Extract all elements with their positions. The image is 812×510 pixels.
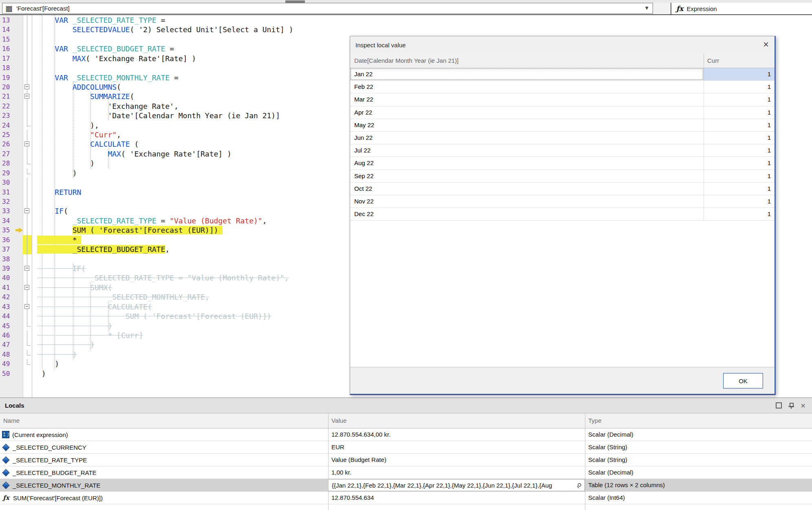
column-header-name: Name [0,413,328,428]
code-text[interactable]: "Curr", [32,130,121,139]
close-icon[interactable]: × [763,38,769,51]
code-text[interactable]: ) [32,350,77,359]
restore-icon[interactable] [776,402,782,408]
code-text[interactable]: SUM ( 'Forecast'[Forecast (EUR)]) [32,311,271,321]
collapse-box-icon[interactable] [24,266,29,271]
inspect-table-row[interactable]: Apr 221 [350,106,774,119]
code-text[interactable]: MAX( 'Exchange Rate'[Rate] ) [32,54,196,63]
code-text[interactable]: ) [32,359,59,369]
dialog-title: Inspect local value [355,42,406,49]
code-text[interactable] [32,254,37,264]
code-text[interactable]: SUMX( [32,283,112,292]
inspect-table-row[interactable]: Oct 221 [350,183,774,195]
line-number: 18 [0,63,23,73]
code-text[interactable]: SELECTEDVALUE( '2) Selected Unit'[Select… [32,25,293,34]
code-text[interactable]: ) [32,168,77,178]
code-text[interactable]: 'Exchange Rate', [32,102,179,111]
close-icon[interactable]: × [801,402,805,409]
collapse-box-icon[interactable] [24,94,29,99]
magnifier-icon[interactable] [578,483,581,487]
expression-selector[interactable]: ▦ 'Forecast'[Forecast] ▼ [2,3,653,14]
inspect-table-row[interactable]: Jun 221 [350,132,774,144]
curr-cell: 1 [704,183,774,195]
locals-row[interactable]: _SELECTED_MONTHLY_RATE{{Jan 22,1},{Feb 2… [0,479,812,492]
code-text[interactable]: _SELECTED_BUDGET_RATE, [32,245,170,254]
code-text[interactable]: _SELECTED_MONTHLY_RATE, [32,292,210,302]
code-text[interactable]: ADDCOLUMNS( [32,82,121,92]
fold-gutter-cell [23,302,32,311]
code-text[interactable]: ) [32,369,46,378]
locals-row[interactable]: _SELECTED_BUDGET_RATE1,00 kr.Scalar (Dec… [0,466,812,479]
locals-row[interactable]: _SELECTED_RATE_TYPEValue (Budget Rate)Sc… [0,454,812,466]
fold-line-tick [27,355,31,355]
inspect-table-row[interactable]: Feb 221 [350,81,774,93]
code-text[interactable]: RETURN [32,188,81,197]
code-text[interactable]: _SELECTED_RATE_TYPE = "Value (Monthly Ra… [32,273,289,283]
collapse-box-icon[interactable] [24,285,29,290]
fold-gutter-cell [23,350,32,359]
fold-gutter-cell [23,283,32,292]
code-line: 13 VAR _SELECTED_RATE_TYPE = [0,15,812,25]
line-number: 34 [0,216,23,225]
code-text[interactable] [32,178,37,187]
fold-gutter-cell [23,311,32,321]
code-text[interactable]: VAR _SELECTED_MONTHLY_RATE = [32,73,179,82]
column-divider[interactable] [328,413,329,510]
collapse-box-icon[interactable] [24,208,29,213]
fold-gutter-cell [23,331,32,340]
inspect-table-row[interactable]: Dec 221 [350,208,774,221]
inspect-table-row[interactable]: Sep 221 [350,170,774,183]
column-divider[interactable] [585,413,585,510]
code-text[interactable]: CALCULATE ( [32,139,139,149]
inspect-table-row[interactable]: Aug 221 [350,157,774,170]
code-text[interactable]: CALCULATE( [32,302,152,311]
fold-gutter-cell [23,264,32,273]
code-text[interactable]: VAR _SELECTED_BUDGET_RATE = [32,44,174,53]
inspect-table-row[interactable]: Jan 221 [350,68,774,81]
line-number: 36 [0,235,23,245]
code-text[interactable]: MAX( 'Exchange Rate'[Rate] ) [32,149,232,159]
code-text[interactable]: ) [32,340,95,349]
code-text[interactable] [32,35,37,44]
locals-row[interactable]: _SELECTED_CURRENCYEURScalar (String) [0,441,812,454]
inspect-table-row[interactable]: Nov 221 [350,195,774,208]
chevron-down-icon[interactable]: ▼ [644,5,649,11]
locals-row[interactable]: (Current expression)12.870.554.634,00 kr… [0,428,812,441]
curr-cell: 1 [704,208,774,220]
code-text[interactable]: IF( [32,206,68,216]
pin-icon[interactable] [789,402,794,409]
local-name-cell: _SELECTED_RATE_TYPE [0,454,328,466]
collapse-box-icon[interactable] [24,84,29,89]
collapse-box-icon[interactable] [24,304,29,309]
inspect-table-row[interactable]: Mar 221 [350,93,774,106]
inspect-table-row[interactable]: Jul 221 [350,144,774,157]
code-text[interactable]: * [Curr] [32,331,143,340]
curr-cell: 1 [704,106,774,119]
code-text[interactable]: VAR _SELECTED_RATE_TYPE = [32,15,165,25]
collapse-box-icon[interactable] [24,141,29,146]
line-number: 25 [0,130,23,139]
fold-line-end [27,350,27,355]
code-text[interactable]: IF( [32,264,86,273]
code-text[interactable] [32,63,37,73]
code-text[interactable]: ) [32,321,112,331]
code-text[interactable]: _SELECTED_RATE_TYPE = "Value (Budget Rat… [32,216,267,225]
code-text[interactable]: 'Date'[Calendar Month Year (ie Jan 21)] [32,111,280,120]
code-text[interactable]: * [32,235,81,245]
fold-line [27,63,27,73]
code-text[interactable]: ), [32,121,99,130]
locals-panel: Locals × Name Value Type (Current expres… [0,397,812,510]
locals-row[interactable]: ƒxSUM('Forecast'[Forecast (EUR)])12.870.… [0,492,812,504]
local-name-cell: _SELECTED_CURRENCY [0,441,328,453]
inspect-table-row[interactable]: May 221 [350,119,774,132]
fold-line [27,15,27,25]
fold-gutter-cell [23,168,32,178]
month-cell: Jan 22 [350,68,704,80]
code-text[interactable] [32,197,37,206]
line-number: 41 [0,283,23,292]
ok-button[interactable]: OK [723,373,763,389]
code-text[interactable]: ) [32,159,95,168]
code-text[interactable]: SUM ( 'Forecast'[Forecast (EUR)]) [32,225,223,235]
line-number: 24 [0,121,23,130]
code-text[interactable]: SUMMARIZE( [32,92,134,101]
